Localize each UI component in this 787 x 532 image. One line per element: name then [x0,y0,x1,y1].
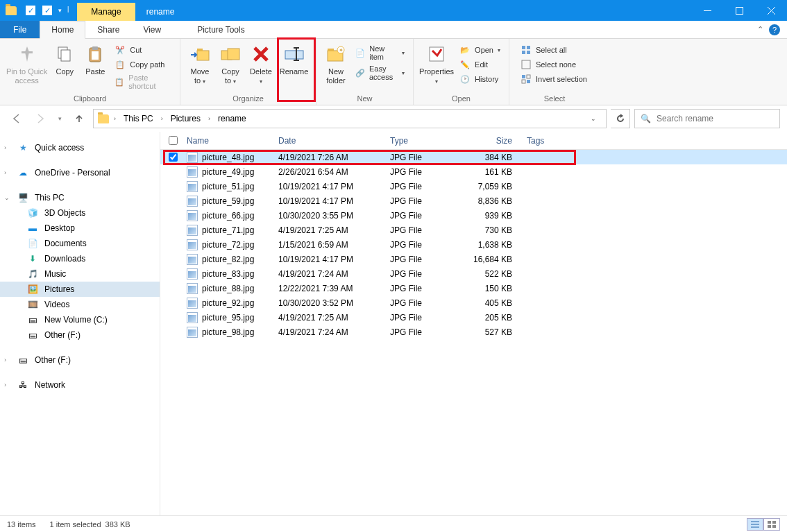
jpg-file-icon [187,268,198,280]
folder-icon [96,112,110,126]
copy-button[interactable]: Copy [49,42,80,78]
paste-shortcut-button[interactable]: 📋Paste shortcut [110,72,176,92]
crumb-pictures[interactable]: Pictures [167,112,205,126]
qat-properties[interactable]: ✓ [22,2,39,19]
nav-new-volume[interactable]: 🖴New Volume (C:) [0,312,160,327]
file-row[interactable]: picture_95.jpg4/19/2021 7:25 AMJPG File2… [160,310,787,325]
file-row[interactable]: picture_82.jpg10/19/2021 4:17 PMJPG File… [160,252,787,266]
nav-onedrive[interactable]: ›☁OneDrive - Personal [0,165,160,180]
nav-label: Music [44,269,66,279]
view-thumbnails-button[interactable] [763,518,780,531]
move-to-button[interactable]: Move to ▾ [185,42,215,87]
svg-rect-5 [22,51,33,53]
paste-button[interactable]: Paste [80,42,110,78]
row-date-cell: 4/19/2021 7:26 AM [273,150,384,164]
nav-this-pc[interactable]: ⌄🖥️This PC [0,190,160,205]
crumb-rename[interactable]: rename [214,112,251,126]
nav-other-f1[interactable]: 🖴Other (F:) [0,327,160,343]
open-button[interactable]: 📂Open ▾ [455,43,505,57]
chevron-icon[interactable]: › [206,113,212,124]
file-row[interactable]: picture_66.jpg10/30/2020 3:55 PMJPG File… [160,208,787,223]
file-row[interactable]: picture_59.jpg10/19/2021 4:17 PMJPG File… [160,194,787,208]
nav-other-f2[interactable]: ›🖴Other (F:) [0,352,160,368]
music-icon: 🎵 [26,268,39,280]
file-row[interactable]: picture_83.jpg4/19/2021 7:24 AMJPG File5… [160,266,787,281]
select-all-button[interactable]: Select all [516,43,591,57]
new-folder-button[interactable]: ✦ New folder [321,42,351,87]
close-button[interactable] [755,0,787,21]
nav-downloads[interactable]: ⬇Downloads [0,251,160,266]
forward-button[interactable] [31,109,50,128]
file-row[interactable]: picture_51.jpg10/19/2021 4:17 PMJPG File… [160,179,787,194]
crumb-this-pc[interactable]: This PC [119,112,158,126]
col-size[interactable]: Size [466,132,521,149]
back-button[interactable] [7,109,26,128]
file-row[interactable]: picture_49.jpg2/26/2021 6:54 AMJPG File1… [160,164,787,179]
tab-picture-tools[interactable]: Picture Tools [185,21,256,38]
file-row[interactable]: picture_98.jpg4/19/2021 7:24 AMJPG File5… [160,325,787,339]
row-type-cell: JPG File [384,237,466,252]
file-row[interactable]: picture_92.jpg10/30/2020 3:52 PMJPG File… [160,295,787,310]
cut-button[interactable]: ✂️Cut [110,43,176,57]
qat-dropdown[interactable]: ▾ [56,7,65,14]
copy-to-button[interactable]: Copy to ▾ [215,42,246,87]
row-tags-cell [521,150,787,164]
qat-new-folder[interactable]: ✓ [39,2,56,19]
row-tags-cell [521,179,787,194]
help-icon[interactable]: ? [769,24,780,35]
select-all-checkbox[interactable] [169,136,178,145]
col-date[interactable]: Date [273,132,384,149]
tab-share[interactable]: Share [85,21,131,38]
chevron-icon[interactable]: › [112,113,118,124]
nav-pictures[interactable]: 🖼️Pictures [0,282,160,297]
easy-access-button[interactable]: 🔗Easy access ▾ [351,63,409,83]
col-tags[interactable]: Tags [521,132,787,149]
col-name[interactable]: Name [181,132,273,149]
path-box[interactable]: › This PC › Pictures › rename ⌄ [93,109,607,128]
nav-network[interactable]: ›🖧Network [0,377,160,393]
collapse-ribbon-icon[interactable]: ⌃ [757,25,763,34]
delete-button[interactable]: Delete▾ [246,42,276,87]
maximize-button[interactable] [723,0,755,21]
search-input[interactable] [657,114,774,123]
nav-desktop[interactable]: ▬Desktop [0,221,160,236]
up-button[interactable] [69,109,89,128]
recent-dropdown[interactable]: ▾ [54,109,65,128]
tab-view[interactable]: View [131,21,173,38]
col-checkbox[interactable] [160,132,181,149]
file-row[interactable]: picture_88.jpg12/22/2021 7:39 AMJPG File… [160,281,787,295]
nav-quick-access[interactable]: ›★Quick access [0,140,160,155]
nav-3d-objects[interactable]: 🧊3D Objects [0,205,160,221]
pin-to-quick-access-button[interactable]: Pin to Quick access [4,42,49,87]
file-row[interactable]: picture_72.jpg1/15/2021 6:59 AMJPG File1… [160,237,787,252]
copy-path-button[interactable]: 📋Copy path [110,58,176,71]
row-size-cell: 939 KB [466,208,521,223]
properties-button[interactable]: Properties▾ [418,42,455,87]
svg-rect-29 [522,75,525,78]
rename-label: Rename [280,67,309,76]
path-dropdown[interactable]: ⌄ [584,111,603,126]
history-button[interactable]: 🕑History [455,72,505,86]
search-box[interactable]: 🔍 [634,109,780,128]
file-row[interactable]: picture_71.jpg4/19/2021 7:25 AMJPG File7… [160,223,787,237]
row-checkbox[interactable] [169,153,178,162]
svg-rect-14 [228,49,239,60]
file-row[interactable]: picture_48.jpg4/19/2021 7:26 AMJPG File3… [160,150,787,164]
nav-music[interactable]: 🎵Music [0,266,160,282]
new-item-button[interactable]: 📄New item ▾ [351,43,409,62]
select-none-button[interactable]: Select none [516,58,591,71]
row-type-cell: JPG File [384,150,466,164]
edit-button[interactable]: ✏️Edit [455,58,505,71]
invert-selection-button[interactable]: Invert selection [516,72,591,86]
tab-file[interactable]: File [0,21,40,38]
view-details-button[interactable] [747,518,763,531]
nav-documents[interactable]: 📄Documents [0,236,160,251]
chevron-icon[interactable]: › [159,113,165,124]
row-date-cell: 2/26/2021 6:54 AM [273,164,384,179]
col-type[interactable]: Type [384,132,466,149]
minimize-button[interactable] [691,0,723,21]
rename-button[interactable]: Rename [276,42,312,78]
refresh-button[interactable] [611,109,630,128]
tab-home[interactable]: Home [40,21,85,39]
nav-videos[interactable]: 🎞️Videos [0,297,160,312]
